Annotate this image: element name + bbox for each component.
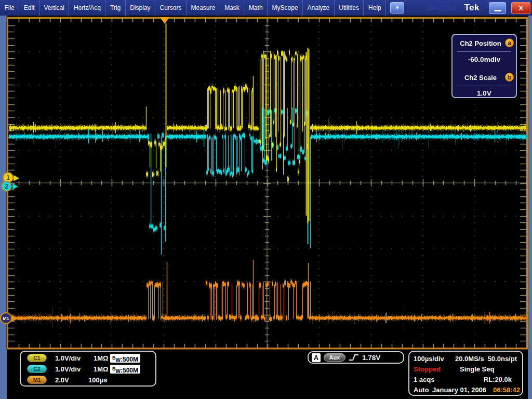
menu-overflow-button[interactable]: ▼ [390, 2, 404, 14]
ch1-scale[interactable]: 1.0V/div [55, 354, 81, 362]
acquisition-count: 1 acqs [414, 376, 434, 383]
math1-readout-row: M1 2.0V 100µs [21, 376, 155, 385]
trigger-type-badge[interactable]: Aux [324, 353, 345, 362]
ch2-scale[interactable]: 1.0V/div [55, 365, 81, 373]
ch2-bw-value: :500M [121, 367, 138, 374]
ch2-scale-value: 1.0V [453, 89, 516, 97]
ch2-badge[interactable]: C2 [27, 365, 47, 373]
ch1-marker-label: 1 [6, 174, 10, 181]
timebase-value: 100µs/div [414, 355, 444, 363]
math1-marker-label: M1 [3, 316, 9, 321]
ch2-marker-arrow-icon [12, 183, 18, 190]
ch2-readout-panel: Ch2 Position a -60.0mdiv Ch2 Scale b 1.0… [451, 34, 517, 98]
menu-bar: File Edit Vertical Horiz/Acq Trig Displa… [0, 0, 532, 16]
chevron-down-icon: ▼ [395, 5, 400, 10]
math1-timebase[interactable]: 100µs [88, 376, 107, 384]
separator [457, 51, 511, 52]
math1-marker-arrow-icon [12, 315, 18, 322]
close-button[interactable]: X [511, 2, 530, 14]
menu-edit[interactable]: Edit [19, 0, 39, 16]
channel-readout-box: C1 1.0V/div 1MΩ BW:500M C2 1.0V/div 1MΩ … [20, 351, 156, 387]
ch2-position-label: Ch2 Position [453, 39, 509, 47]
menu-horiz-acq[interactable]: Horiz/Acq [69, 0, 105, 16]
menu-myscope[interactable]: MyScope [268, 0, 303, 16]
minimize-button[interactable] [489, 2, 506, 14]
time-value: 06:58:42 [493, 386, 520, 394]
trigger-source-badge[interactable]: A [312, 353, 321, 362]
date-value: January 01, 2006 [432, 386, 486, 394]
menu-measure[interactable]: Measure [187, 0, 220, 16]
ch1-bw-w: W [116, 357, 121, 363]
ch2-marker-label: 2 [5, 183, 8, 190]
ch2-readout-row: C2 1.0V/div 1MΩ BW:500M [21, 365, 155, 374]
ch2-bw-w: W [116, 368, 121, 374]
ch1-readout-row: C1 1.0V/div 1MΩ BW:500M [21, 354, 155, 363]
separator [457, 86, 511, 86]
math1-marker[interactable]: M1 [0, 312, 12, 324]
ch1-impedance[interactable]: 1MΩ [94, 354, 108, 362]
ch1-badge[interactable]: C1 [27, 354, 47, 362]
menu-analyze[interactable]: Analyze [303, 0, 335, 16]
ch1-bw-value: :500M [121, 356, 138, 363]
left-bezel-strip [0, 16, 7, 399]
tek-logo: Tek [464, 3, 480, 13]
resolution-value: 50.0ns/pt [488, 355, 517, 363]
knob-b-badge[interactable]: b [505, 73, 514, 82]
menu-cursors[interactable]: Cursors [155, 0, 187, 16]
sample-rate-value: 20.0MS/s [455, 355, 484, 363]
ch2-impedance[interactable]: 1MΩ [94, 365, 108, 373]
model-label: DPO7254 [427, 4, 457, 12]
menu-math[interactable]: Math [244, 0, 268, 16]
rising-edge-icon [349, 353, 359, 362]
acquisition-readout-box: 100µs/div 20.0MS/s 50.0ns/pt Stopped Sin… [408, 351, 523, 396]
ch2-marker[interactable]: 2 [1, 181, 12, 192]
knob-a-badge[interactable]: a [505, 38, 514, 47]
trigger-mode: Auto [414, 386, 429, 394]
waveform-display[interactable] [8, 19, 526, 348]
right-bezel-strip [528, 16, 532, 399]
menu-trig[interactable]: Trig [105, 0, 125, 16]
menu-mask[interactable]: Mask [220, 0, 245, 16]
menu-display[interactable]: Display [126, 0, 155, 16]
math1-badge[interactable]: M1 [27, 376, 47, 384]
ch2-scale-label: Ch2 Scale [453, 74, 509, 82]
menu-help[interactable]: Help [364, 0, 386, 16]
trigger-level-value: 1.78V [362, 354, 380, 362]
menu-file[interactable]: File [0, 0, 19, 16]
ch1-bandwidth[interactable]: BW:500M [110, 354, 140, 363]
menu-utilities[interactable]: Utilities [335, 0, 364, 16]
close-icon: X [518, 4, 523, 12]
record-length: RL:20.0k [484, 376, 512, 383]
ch2-position-value: -60.0mdiv [453, 56, 516, 63]
acquisition-state: Stopped [414, 365, 441, 373]
trigger-position-marker[interactable] [160, 17, 169, 24]
ch1-marker-arrow-icon [14, 175, 19, 181]
trigger-readout-box: A Aux 1.78V [308, 351, 404, 364]
math1-scale[interactable]: 2.0V [55, 376, 69, 384]
menu-vertical[interactable]: Vertical [39, 0, 69, 16]
acquisition-mode: Single Seq [460, 365, 494, 373]
ch2-bandwidth[interactable]: BW:500M [110, 365, 140, 374]
minimize-icon [494, 10, 501, 11]
